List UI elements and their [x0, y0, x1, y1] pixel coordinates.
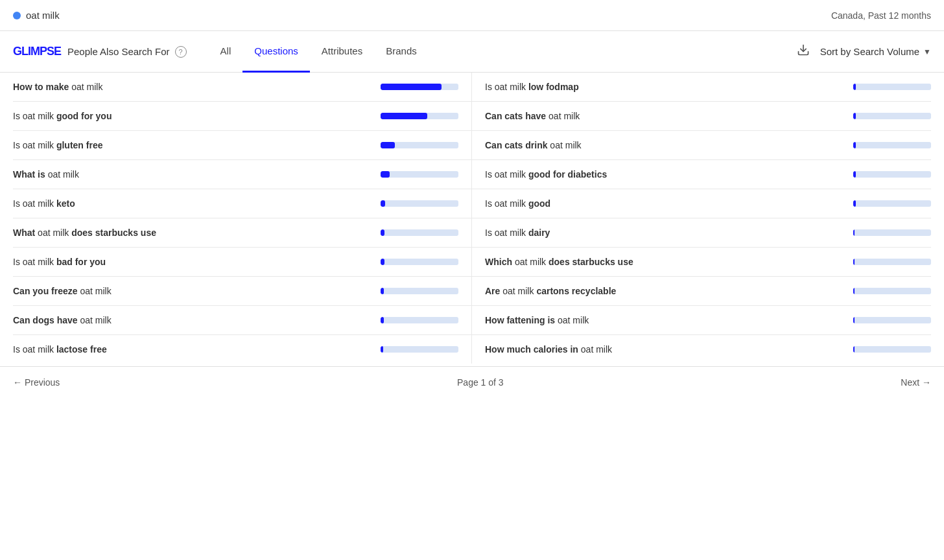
bar-fill: [381, 142, 395, 148]
section-title: People Also Search For: [67, 46, 170, 57]
table-row[interactable]: What oat milk does starbucks use: [13, 218, 471, 248]
table-row[interactable]: Can cats have oat milk: [472, 102, 931, 131]
bar-fill: [381, 317, 384, 323]
search-volume-bar: [381, 84, 458, 90]
page-info: Page 1 of 3: [457, 377, 504, 388]
result-text: Can you freeze oat milk: [13, 286, 374, 296]
table-row[interactable]: Is oat milk dairy: [472, 218, 931, 248]
search-term: oat milk: [26, 10, 60, 21]
table-row[interactable]: Can dogs have oat milk: [13, 306, 471, 335]
next-button[interactable]: Next →: [901, 377, 931, 388]
search-volume-bar: [381, 142, 458, 148]
right-column: Is oat milk low fodmapCan cats have oat …: [472, 73, 931, 364]
bar-fill: [853, 84, 856, 90]
bar-fill: [853, 317, 855, 323]
bar-fill: [381, 200, 385, 207]
table-row[interactable]: Is oat milk low fodmap: [472, 73, 931, 102]
search-volume-bar: [381, 113, 458, 119]
result-text: Is oat milk good for diabetics: [485, 169, 847, 180]
search-volume-bar: [853, 171, 931, 178]
search-volume-bar: [853, 317, 931, 323]
bar-fill: [381, 229, 384, 236]
table-row[interactable]: Is oat milk keto: [13, 189, 471, 218]
location-time: Canada, Past 12 months: [831, 10, 931, 21]
result-text: What oat milk does starbucks use: [13, 228, 374, 238]
search-volume-bar: [381, 259, 458, 265]
tab-all[interactable]: All: [209, 31, 243, 73]
bar-fill: [381, 288, 384, 294]
search-volume-bar: [853, 288, 931, 294]
result-text: How to make oat milk: [13, 82, 374, 92]
table-row[interactable]: How fattening is oat milk: [472, 306, 931, 335]
result-text: Is oat milk lactose free: [13, 344, 374, 355]
results-content: How to make oat milkIs oat milk good for…: [0, 73, 944, 364]
table-row[interactable]: Are oat milk cartons recyclable: [472, 277, 931, 306]
result-text: Is oat milk bad for you: [13, 257, 374, 267]
search-volume-bar: [853, 346, 931, 353]
bar-fill: [381, 171, 390, 178]
table-row[interactable]: Which oat milk does starbucks use: [472, 248, 931, 277]
search-volume-bar: [381, 200, 458, 207]
search-volume-bar: [853, 259, 931, 265]
result-text: Is oat milk keto: [13, 198, 374, 209]
table-row[interactable]: How to make oat milk: [13, 73, 471, 102]
result-text: Is oat milk gluten free: [13, 140, 374, 150]
result-text: Is oat milk low fodmap: [485, 82, 847, 92]
header: GLIMPSE People Also Search For ? All Que…: [0, 31, 944, 73]
tabs: All Questions Attributes Brands: [209, 31, 429, 73]
download-icon[interactable]: [797, 43, 810, 60]
sort-button[interactable]: Sort by Search Volume ▼: [820, 46, 931, 57]
search-volume-bar: [381, 317, 458, 323]
result-text: Which oat milk does starbucks use: [485, 257, 847, 267]
search-volume-bar: [853, 229, 931, 236]
tab-questions[interactable]: Questions: [242, 31, 310, 73]
bar-fill: [381, 346, 383, 353]
table-row[interactable]: What is oat milk: [13, 160, 471, 189]
results-grid: How to make oat milkIs oat milk good for…: [13, 73, 931, 364]
bar-fill: [381, 84, 442, 90]
table-row[interactable]: Is oat milk bad for you: [13, 248, 471, 277]
tab-brands[interactable]: Brands: [374, 31, 429, 73]
table-row[interactable]: Is oat milk good for you: [13, 102, 471, 131]
result-text: Can dogs have oat milk: [13, 315, 374, 325]
result-text: What is oat milk: [13, 169, 374, 180]
bar-fill: [381, 259, 384, 265]
search-volume-bar: [853, 84, 931, 90]
bar-fill: [853, 346, 855, 353]
bar-fill: [853, 200, 856, 207]
table-row[interactable]: How much calories in oat milk: [472, 335, 931, 364]
pagination: ← Previous Page 1 of 3 Next →: [0, 366, 944, 398]
search-term-area: oat milk: [13, 10, 60, 21]
top-bar: oat milk Canada, Past 12 months: [0, 0, 944, 31]
result-text: Can cats drink oat milk: [485, 140, 847, 150]
table-row[interactable]: Can you freeze oat milk: [13, 277, 471, 306]
tab-attributes[interactable]: Attributes: [310, 31, 374, 73]
table-row[interactable]: Is oat milk gluten free: [13, 131, 471, 160]
search-volume-bar: [381, 171, 458, 178]
search-volume-bar: [381, 288, 458, 294]
table-row[interactable]: Is oat milk lactose free: [13, 335, 471, 364]
help-icon[interactable]: ?: [175, 46, 187, 58]
search-volume-bar: [381, 346, 458, 353]
left-column: How to make oat milkIs oat milk good for…: [13, 73, 472, 364]
chevron-down-icon: ▼: [923, 47, 931, 56]
result-text: Can cats have oat milk: [485, 111, 847, 121]
result-text: Are oat milk cartons recyclable: [485, 286, 847, 296]
bar-fill: [853, 229, 855, 236]
status-dot: [13, 12, 21, 19]
search-volume-bar: [853, 142, 931, 148]
table-row[interactable]: Is oat milk good for diabetics: [472, 160, 931, 189]
search-volume-bar: [853, 113, 931, 119]
result-text: How much calories in oat milk: [485, 344, 847, 355]
search-volume-bar: [853, 200, 931, 207]
table-row[interactable]: Can cats drink oat milk: [472, 131, 931, 160]
header-right: Sort by Search Volume ▼: [797, 43, 931, 60]
bar-fill: [853, 288, 855, 294]
result-text: Is oat milk dairy: [485, 228, 847, 238]
bar-fill: [853, 113, 856, 119]
result-text: How fattening is oat milk: [485, 315, 847, 325]
table-row[interactable]: Is oat milk good: [472, 189, 931, 218]
bar-fill: [381, 113, 427, 119]
prev-button[interactable]: ← Previous: [13, 377, 60, 388]
result-text: Is oat milk good for you: [13, 111, 374, 121]
